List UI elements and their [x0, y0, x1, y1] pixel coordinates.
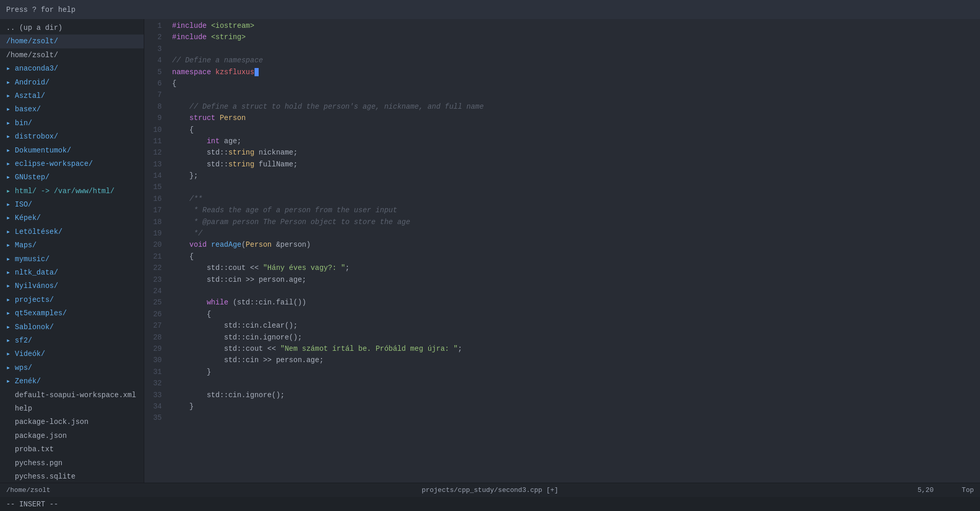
list-item[interactable]: ▸ projects/ — [0, 293, 144, 306]
sidebar-current-dir[interactable]: /home/zsolt/ — [0, 35, 144, 48]
line-number: 25 — [148, 297, 162, 308]
line-number: 23 — [148, 274, 162, 285]
list-item[interactable]: ▸ Dokumentumok/ — [0, 144, 144, 157]
list-item[interactable]: ▸ distrobox/ — [0, 130, 144, 143]
line-number: 1 — [148, 20, 162, 31]
list-item[interactable]: ▸ ISO/ — [0, 198, 144, 211]
code-line: while (std::cin.fail()) — [168, 297, 980, 308]
sidebar-items: /home/zsolt/▸ anaconda3/▸ Android/▸ Aszt… — [0, 48, 144, 483]
line-number: 5 — [148, 66, 162, 78]
list-item[interactable]: ▸ bin/ — [0, 116, 144, 130]
line-number: 21 — [148, 251, 162, 262]
list-item[interactable]: /home/zsolt/ — [0, 48, 144, 62]
list-item[interactable]: ▸ anaconda3/ — [0, 62, 144, 75]
line-number: 35 — [148, 412, 162, 423]
line-number: 11 — [148, 135, 162, 147]
list-item[interactable]: pychess.pgn — [0, 456, 144, 470]
code-line — [168, 89, 980, 100]
list-item[interactable]: ▸ GNUstep/ — [0, 171, 144, 184]
list-item[interactable]: help — [0, 402, 144, 415]
code-line: { — [168, 124, 980, 135]
line-number: 16 — [148, 193, 162, 205]
line-number: 3 — [148, 43, 162, 55]
code-line: } — [168, 366, 980, 378]
mode-label: -- INSERT -- — [6, 500, 58, 508]
line-number: 28 — [148, 332, 162, 343]
code-line: { — [168, 309, 980, 320]
line-number: 33 — [148, 389, 162, 401]
list-item[interactable]: ▸ Letöltések/ — [0, 225, 144, 239]
main-area: .. (up a dir) /home/zsolt/ /home/zsolt/▸… — [0, 19, 980, 483]
list-item[interactable]: ▸ Nyilvános/ — [0, 279, 144, 293]
list-item[interactable]: ▸ eclipse-workspace/ — [0, 157, 144, 171]
line-numbers: 1234567891011121314151617181920212223242… — [144, 19, 168, 483]
line-number: 31 — [148, 366, 162, 378]
status-position: 5,20 — [918, 486, 934, 494]
code-line: #include <iostream> — [168, 20, 980, 31]
code-line: namespace kzsfluxus — [168, 66, 980, 78]
code-line: int age; — [168, 135, 980, 147]
line-number: 13 — [148, 159, 162, 170]
code-line — [168, 181, 980, 193]
line-number: 10 — [148, 124, 162, 135]
status-path: /home/zsolt — [6, 486, 50, 494]
list-item[interactable]: default-soapui-workspace.xml — [0, 388, 144, 402]
list-item[interactable]: ▸ Asztal/ — [0, 89, 144, 103]
code-line: * Reads the age of a person from the use… — [168, 205, 980, 216]
code-line: #include <string> — [168, 31, 980, 43]
code-line: // Define a namespace — [168, 55, 980, 66]
code-line: std::cin.ignore(); — [168, 332, 980, 343]
line-number: 26 — [148, 309, 162, 320]
sidebar-parent-dir[interactable]: .. (up a dir) — [0, 21, 144, 35]
code-line — [168, 285, 980, 297]
line-number: 19 — [148, 228, 162, 239]
line-number: 9 — [148, 112, 162, 124]
insert-bar: -- INSERT -- — [0, 497, 980, 511]
list-item[interactable]: ▸ Képek/ — [0, 211, 144, 225]
code-line: * @param person The Person object to sto… — [168, 216, 980, 228]
code-line: std::cin.ignore(); — [168, 389, 980, 401]
code-line: std::cout << "Nem számot írtál be. Próbá… — [168, 343, 980, 354]
status-right: 5,20 Top — [732, 486, 974, 494]
status-center: projects/cpp_study/second3.cpp [+] — [248, 486, 732, 494]
list-item[interactable]: ▸ mymusic/ — [0, 252, 144, 266]
code-line: { — [168, 78, 980, 89]
code-line: std::cin.clear(); — [168, 320, 980, 331]
list-item[interactable]: ▸ Sablonok/ — [0, 320, 144, 334]
editor[interactable]: 1234567891011121314151617181920212223242… — [144, 19, 980, 483]
code-line: struct Person — [168, 112, 980, 124]
code-line: std::cin >> person.age; — [168, 354, 980, 366]
code-line: /** — [168, 193, 980, 205]
code-line: std::string fullName; — [168, 159, 980, 170]
code-line: std::string nickname; — [168, 147, 980, 158]
code-area[interactable]: 1234567891011121314151617181920212223242… — [144, 19, 980, 483]
line-number: 32 — [148, 378, 162, 389]
list-item[interactable]: ▸ Maps/ — [0, 239, 144, 252]
list-item[interactable]: ▸ sf2/ — [0, 334, 144, 347]
line-number: 18 — [148, 216, 162, 228]
top-bar: Press ? for help — [0, 0, 980, 19]
list-item[interactable]: ▸ html/ -> /var/www/html/ — [0, 184, 144, 198]
list-item[interactable]: ▸ basex/ — [0, 103, 144, 116]
code-line — [168, 412, 980, 423]
code-line: void readAge(Person &person) — [168, 239, 980, 250]
line-number: 34 — [148, 401, 162, 412]
list-item[interactable]: ▸ nltk_data/ — [0, 266, 144, 279]
line-number: 29 — [148, 343, 162, 354]
list-item[interactable]: ▸ qt5examples/ — [0, 306, 144, 320]
list-item[interactable]: pychess.sqlite — [0, 470, 144, 483]
list-item[interactable]: ▸ Videók/ — [0, 347, 144, 361]
code-line: std::cin >> person.age; — [168, 274, 980, 285]
list-item[interactable]: package.json — [0, 429, 144, 442]
status-bar: /home/zsolt projects/cpp_study/second3.c… — [0, 483, 980, 497]
list-item[interactable]: ▸ Zenék/ — [0, 374, 144, 388]
list-item[interactable]: package-lock.json — [0, 415, 144, 429]
line-number: 12 — [148, 147, 162, 158]
status-file: projects/cpp_study/second3.cpp [+] — [421, 486, 558, 494]
code-content[interactable]: #include <iostream>#include <string> // … — [168, 19, 980, 483]
sidebar[interactable]: .. (up a dir) /home/zsolt/ /home/zsolt/▸… — [0, 19, 144, 483]
list-item[interactable]: ▸ Android/ — [0, 76, 144, 89]
code-line — [168, 43, 980, 55]
list-item[interactable]: proba.txt — [0, 442, 144, 456]
list-item[interactable]: ▸ wps/ — [0, 361, 144, 374]
